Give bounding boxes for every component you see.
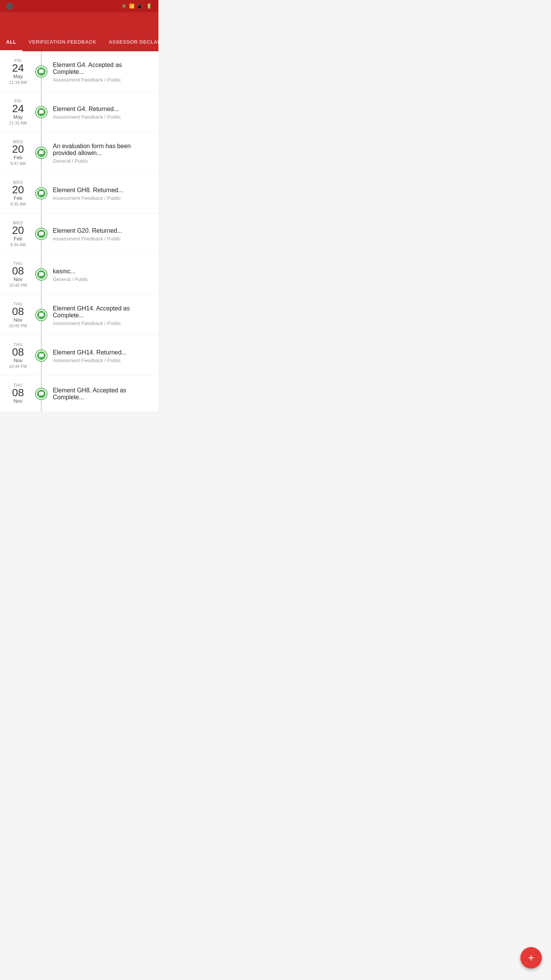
entry-subtitle: Assessment Feedback / Public <box>53 320 154 326</box>
entry-title: An evaluation form has been provided all… <box>53 143 154 157</box>
timeline-entry[interactable]: THU 08 Nov 10:46 PM kasmc... General / P… <box>0 254 158 295</box>
time: 11:31 AM <box>9 121 27 125</box>
entry-content: Element GH14. Returned... Assessment Fee… <box>48 335 158 376</box>
entry-title: kasmc... <box>53 268 154 275</box>
day-number: 24 <box>12 103 24 114</box>
day-number: 08 <box>12 387 24 398</box>
entry-content: Element GH8. Accepted as Complete... <box>48 376 158 412</box>
day-number: 20 <box>12 225 24 236</box>
timeline-dot <box>36 350 47 361</box>
app-bar <box>0 12 158 34</box>
entry-title: Element GH8. Accepted as Complete... <box>53 387 154 401</box>
month: May <box>13 74 23 79</box>
entry-title: Element GH8. Returned... <box>53 187 154 194</box>
timeline-line <box>34 376 48 412</box>
day-number: 08 <box>12 347 24 358</box>
timeline-entry[interactable]: THU 08 Nov Element GH8. Accepted as Comp… <box>0 376 158 412</box>
time: 9:47 AM <box>10 161 26 166</box>
day-number: 08 <box>12 266 24 276</box>
date-col: FRI 24 May 11:34 AM <box>0 51 34 91</box>
month: Nov <box>13 317 22 323</box>
entry-subtitle: Assessment Feedback / Public <box>53 77 154 83</box>
timeline-line <box>34 254 48 294</box>
time: 11:34 AM <box>9 80 27 85</box>
entry-title: Element G4. Accepted as Complete... <box>53 62 154 75</box>
timeline-entry[interactable]: WED 20 Feb 9:35 AM Element GH8. Returned… <box>0 173 158 214</box>
entry-content: Element GH8. Returned... Assessment Feed… <box>48 173 158 213</box>
date-col: THU 08 Nov 10:44 PM <box>0 335 34 376</box>
entry-subtitle: General / Public <box>53 276 154 282</box>
entry-content: Element G20. Returned... Assessment Feed… <box>48 214 158 254</box>
entry-subtitle: General / Public <box>53 158 154 164</box>
entry-subtitle: Assessment Feedback / Public <box>53 236 154 242</box>
date-col: THU 08 Nov 10:45 PM <box>0 295 34 335</box>
timeline-entry[interactable]: THU 08 Nov 10:45 PM Element GH14. Accept… <box>0 295 158 335</box>
timeline-line <box>34 51 48 91</box>
time: 9:34 AM <box>10 242 26 247</box>
help-button[interactable] <box>137 21 142 25</box>
timeline-line <box>34 92 48 132</box>
date-col: THU 08 Nov 10:46 PM <box>0 254 34 294</box>
timeline-dot <box>36 188 47 199</box>
tab-all[interactable]: ALL <box>0 34 23 51</box>
back-button[interactable] <box>6 21 11 25</box>
entry-content: An evaluation form has been provided all… <box>48 132 158 173</box>
timeline-dot <box>36 229 47 239</box>
timeline-entry[interactable]: WED 20 Feb 9:47 AM An evaluation form ha… <box>0 132 158 173</box>
date-col: THU 08 Nov <box>0 376 34 412</box>
timeline-dot <box>36 389 47 399</box>
timeline-dot <box>36 107 47 118</box>
entry-content: Element G4. Accepted as Complete... Asse… <box>48 51 158 91</box>
timeline-line <box>34 295 48 335</box>
timeline-entry[interactable]: FRI 24 May 11:31 AM Element G4. Returned… <box>0 92 158 132</box>
day-number: 08 <box>12 306 24 317</box>
timeline-entry[interactable]: FRI 24 May 11:34 AM Element G4. Accepted… <box>0 51 158 92</box>
wifi-icon: 📶 <box>129 3 135 9</box>
battery-icon: 🔋 <box>146 3 152 9</box>
entry-title: Element G4. Returned... <box>53 106 154 113</box>
timeline-entry[interactable]: WED 20 Feb 9:34 AM Element G20. Returned… <box>0 214 158 254</box>
timeline-entry[interactable]: THU 08 Nov 10:44 PM Element GH14. Return… <box>0 335 158 376</box>
more-button[interactable] <box>148 21 152 25</box>
entry-subtitle: Assessment Feedback / Public <box>53 195 154 201</box>
timeline-dot <box>36 269 47 280</box>
tab-assessor[interactable]: ASSESSOR DECLARATION <box>103 34 158 51</box>
day-number: 24 <box>12 63 24 74</box>
month: May <box>13 114 23 120</box>
timeline-line <box>34 335 48 376</box>
date-col: WED 20 Feb 9:34 AM <box>0 214 34 254</box>
timeline-list: FRI 24 May 11:34 AM Element G4. Accepted… <box>0 51 158 412</box>
day-number: 20 <box>12 185 24 195</box>
timeline-dot <box>36 66 47 77</box>
entry-subtitle: Assessment Feedback / Public <box>53 358 154 363</box>
month: Feb <box>14 236 22 242</box>
time: 10:44 PM <box>9 364 27 369</box>
date-col: WED 20 Feb 9:35 AM <box>0 173 34 213</box>
entry-title: Element GH14. Accepted as Complete... <box>53 305 154 319</box>
status-icons: 🔕 📶 📱 🔋 <box>121 3 154 9</box>
entry-content: kasmc... General / Public <box>48 254 158 294</box>
month: Feb <box>14 195 22 201</box>
mute-icon: 🔕 <box>121 3 127 9</box>
entry-subtitle: Assessment Feedback / Public <box>53 114 154 120</box>
timeline-line <box>34 214 48 254</box>
date-col: FRI 24 May 11:31 AM <box>0 92 34 132</box>
entry-content: Element G4. Returned... Assessment Feedb… <box>48 92 158 132</box>
search-button[interactable] <box>126 21 131 25</box>
entry-title: Element G20. Returned... <box>53 227 154 234</box>
entry-title: Element GH14. Returned... <box>53 349 154 356</box>
signal-icon: 📱 <box>137 3 142 9</box>
timeline-line <box>34 173 48 213</box>
entry-content: Element GH14. Accepted as Complete... As… <box>48 295 158 335</box>
month: Nov <box>13 358 22 363</box>
tab-verification[interactable]: VERIFICATION FEEDBACK <box>23 34 103 51</box>
time: 9:35 AM <box>10 202 26 206</box>
time: 10:45 PM <box>9 323 27 328</box>
day-number: 20 <box>12 144 24 155</box>
month: Feb <box>14 155 22 160</box>
tab-bar: ALLVERIFICATION FEEDBACKASSESSOR DECLARA… <box>0 34 158 51</box>
timeline-dot <box>36 310 47 320</box>
month: Nov <box>13 398 22 404</box>
notification-badge <box>6 3 13 10</box>
timeline-line <box>34 132 48 173</box>
